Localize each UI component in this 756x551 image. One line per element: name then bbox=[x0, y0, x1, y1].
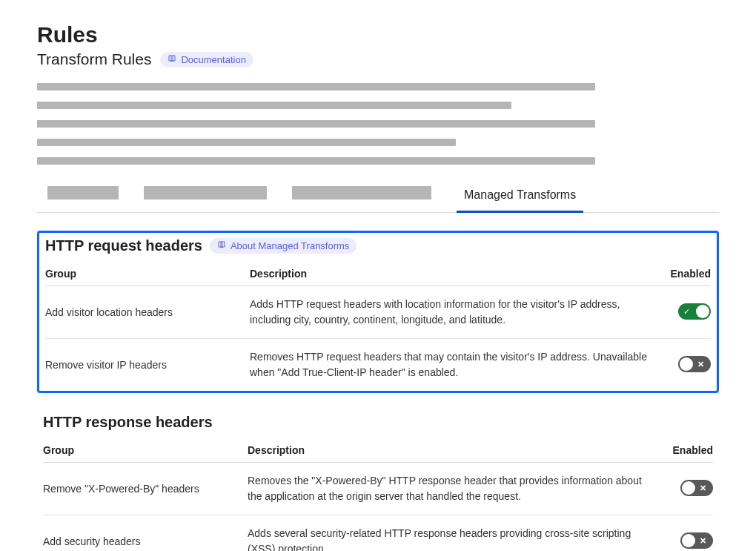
col-group: Group bbox=[45, 262, 250, 286]
book-icon bbox=[168, 54, 176, 65]
check-icon: ✓ bbox=[683, 306, 690, 316]
row-group: Remove visitor IP headers bbox=[45, 339, 250, 392]
toggle-add-visitor-location[interactable]: ✓ bbox=[678, 303, 711, 320]
tabs: Managed Transforms bbox=[37, 182, 719, 213]
tab-placeholder[interactable] bbox=[47, 186, 119, 199]
col-enabled: Enabled bbox=[666, 262, 711, 286]
request-headers-highlight: HTTP request headers About Managed Trans… bbox=[37, 231, 719, 393]
toggle-remove-visitor-ip[interactable]: ✕ bbox=[678, 356, 711, 372]
toggle-knob bbox=[680, 357, 693, 371]
section-title-request: HTTP request headers bbox=[45, 237, 202, 254]
col-enabled: Enabled bbox=[669, 438, 713, 463]
col-group: Group bbox=[43, 438, 248, 463]
tab-placeholder[interactable] bbox=[292, 186, 431, 199]
x-icon: ✕ bbox=[700, 483, 706, 492]
documentation-label: Documentation bbox=[181, 54, 245, 65]
response-headers-table: Group Description Enabled Remove "X-Powe… bbox=[43, 438, 713, 551]
toggle-remove-x-powered-by[interactable]: ✕ bbox=[680, 480, 713, 496]
row-group: Add visitor location headers bbox=[45, 286, 250, 339]
page-title: Rules bbox=[37, 22, 719, 47]
col-description: Description bbox=[248, 438, 669, 463]
row-group: Remove "X-Powered-By" headers bbox=[43, 463, 248, 515]
row-description: Adds several security-related HTTP respo… bbox=[248, 515, 669, 552]
tab-managed-transforms[interactable]: Managed Transforms bbox=[457, 182, 583, 213]
about-label: About Managed Transforms bbox=[231, 240, 349, 251]
x-icon: ✕ bbox=[697, 359, 704, 369]
x-icon: ✕ bbox=[700, 535, 706, 545]
tab-placeholder[interactable] bbox=[144, 186, 267, 199]
subtitle: Transform Rules bbox=[37, 50, 151, 68]
col-description: Description bbox=[250, 262, 666, 286]
table-row: Remove "X-Powered-By" headers Removes th… bbox=[43, 463, 713, 515]
row-description: Removes HTTP request headers that may co… bbox=[250, 339, 666, 392]
documentation-link[interactable]: Documentation bbox=[160, 52, 253, 67]
book-icon bbox=[217, 240, 226, 251]
row-description: Removes the "X-Powered-By" HTTP response… bbox=[248, 463, 669, 515]
table-row: Add security headers Adds several securi… bbox=[43, 515, 713, 552]
toggle-knob bbox=[682, 481, 695, 495]
table-row: Add visitor location headers Adds HTTP r… bbox=[45, 286, 711, 339]
row-description: Adds HTTP request headers with location … bbox=[250, 286, 666, 339]
section-title-response: HTTP response headers bbox=[43, 414, 213, 431]
row-group: Add security headers bbox=[43, 515, 248, 552]
toggle-knob bbox=[696, 305, 709, 318]
about-managed-transforms-link[interactable]: About Managed Transforms bbox=[210, 238, 357, 254]
description-placeholder bbox=[37, 83, 719, 165]
subtitle-row: Transform Rules Documentation bbox=[37, 50, 719, 68]
table-row: Remove visitor IP headers Removes HTTP r… bbox=[45, 339, 711, 392]
toggle-add-security-headers[interactable]: ✕ bbox=[680, 532, 713, 549]
request-headers-table: Group Description Enabled Add visitor lo… bbox=[45, 262, 711, 391]
toggle-knob bbox=[682, 534, 695, 547]
